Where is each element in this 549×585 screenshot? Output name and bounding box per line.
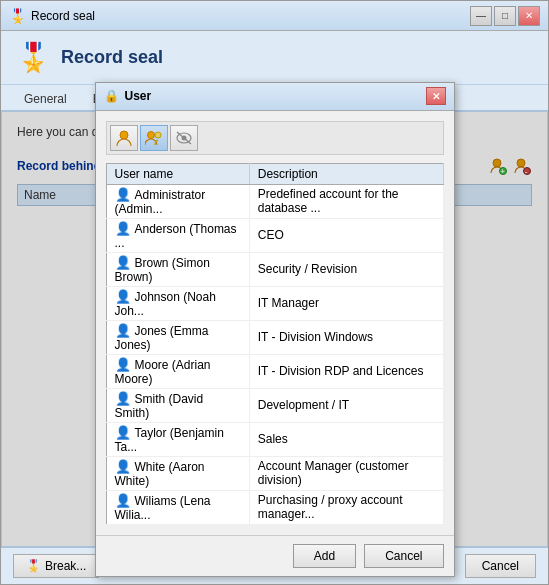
user-desc-cell: Development / IT: [249, 388, 443, 422]
user-name-cell: 👤Jones (Emma Jones): [106, 320, 249, 354]
svg-point-8: [155, 132, 161, 138]
dialog-close-button[interactable]: ✕: [426, 87, 446, 105]
user-list-item[interactable]: 👤Jones (Emma Jones) IT - Division Window…: [106, 320, 443, 354]
svg-point-7: [147, 131, 154, 138]
break-seal-label: Break...: [45, 559, 86, 573]
app-header-icon: 🎖️: [16, 41, 51, 74]
title-bar-buttons: — □ ✕: [470, 6, 540, 26]
dialog-users-tab-button[interactable]: [110, 125, 138, 151]
app-header-title: Record seal: [61, 47, 163, 68]
user-desc-cell: IT - Division RDP and Licences: [249, 354, 443, 388]
dialog-lock-icon: 🔒: [104, 89, 119, 103]
add-button[interactable]: Add: [293, 544, 356, 568]
dialog-title-text: User: [125, 89, 426, 103]
dialog-footer: Add Cancel: [96, 535, 454, 576]
main-window: 🎖️ Record seal — □ ✕ 🎖️ Record seal Gene…: [0, 0, 549, 585]
username-column-header: User name: [106, 163, 249, 184]
cancel-button[interactable]: Cancel: [465, 554, 536, 578]
user-list-item[interactable]: 👤Anderson (Thomas ... CEO: [106, 218, 443, 252]
main-panel: Here you can define which users or group…: [1, 111, 548, 547]
user-desc-cell: IT - Division Windows: [249, 320, 443, 354]
minimize-button[interactable]: —: [470, 6, 492, 26]
user-list-item[interactable]: 👤Smith (David Smith) Development / IT: [106, 388, 443, 422]
title-bar: 🎖️ Record seal — □ ✕: [1, 1, 548, 31]
maximize-button[interactable]: □: [494, 6, 516, 26]
window-icon: 🎖️: [9, 8, 25, 24]
user-name-cell: 👤Johnson (Noah Joh...: [106, 286, 249, 320]
break-seal-button[interactable]: 🎖️ Break...: [13, 554, 99, 578]
modal-overlay: 🔒 User ✕: [2, 112, 547, 546]
user-desc-cell: IT Manager: [249, 286, 443, 320]
user-desc-cell: Account Manager (customer division): [249, 456, 443, 490]
dialog-title-bar: 🔒 User ✕: [96, 83, 454, 111]
user-name-cell: 👤White (Aaron White): [106, 456, 249, 490]
user-name-cell: 👤Smith (David Smith): [106, 388, 249, 422]
user-list-item[interactable]: 👤Administrator (Admin... Predefined acco…: [106, 184, 443, 218]
user-name-cell: 👤Brown (Simon Brown): [106, 252, 249, 286]
dialog-toolbar: [106, 121, 444, 155]
user-list-item[interactable]: 👤Wiliams (Lena Wilia... Purchasing / pro…: [106, 490, 443, 524]
window-title: Record seal: [31, 9, 470, 23]
user-name-cell: 👤Moore (Adrian Moore): [106, 354, 249, 388]
user-dialog: 🔒 User ✕: [95, 82, 455, 577]
tab-general[interactable]: General: [11, 86, 80, 112]
user-name-cell: 👤Taylor (Benjamin Ta...: [106, 422, 249, 456]
user-list-item[interactable]: 👤Moore (Adrian Moore) IT - Division RDP …: [106, 354, 443, 388]
user-desc-cell: Sales: [249, 422, 443, 456]
dialog-hidden-tab-button[interactable]: [170, 125, 198, 151]
app-header: 🎖️ Record seal: [1, 31, 548, 85]
user-list-item[interactable]: 👤Johnson (Noah Joh... IT Manager: [106, 286, 443, 320]
dialog-content: User name Description 👤Administrator (Ad…: [96, 111, 454, 535]
user-list-item[interactable]: 👤White (Aaron White) Account Manager (cu…: [106, 456, 443, 490]
user-list-table: User name Description 👤Administrator (Ad…: [106, 163, 444, 525]
user-desc-cell: Security / Revision: [249, 252, 443, 286]
user-list-item[interactable]: 👤Brown (Simon Brown) Security / Revision: [106, 252, 443, 286]
dialog-groups-tab-button[interactable]: [140, 125, 168, 151]
user-desc-cell: Predefined account for the database ...: [249, 184, 443, 218]
user-name-cell: 👤Anderson (Thomas ...: [106, 218, 249, 252]
description-column-header: Description: [249, 163, 443, 184]
cancel-dialog-button[interactable]: Cancel: [364, 544, 443, 568]
break-seal-icon: 🎖️: [26, 559, 41, 573]
user-name-cell: 👤Administrator (Admin...: [106, 184, 249, 218]
user-list-item[interactable]: 👤Taylor (Benjamin Ta... Sales: [106, 422, 443, 456]
user-desc-cell: CEO: [249, 218, 443, 252]
svg-point-6: [120, 131, 128, 139]
user-desc-cell: Purchasing / proxy account manager...: [249, 490, 443, 524]
content-area: 🎖️ Record seal General Edit seal Permiss…: [1, 31, 548, 584]
close-button[interactable]: ✕: [518, 6, 540, 26]
user-name-cell: 👤Wiliams (Lena Wilia...: [106, 490, 249, 524]
